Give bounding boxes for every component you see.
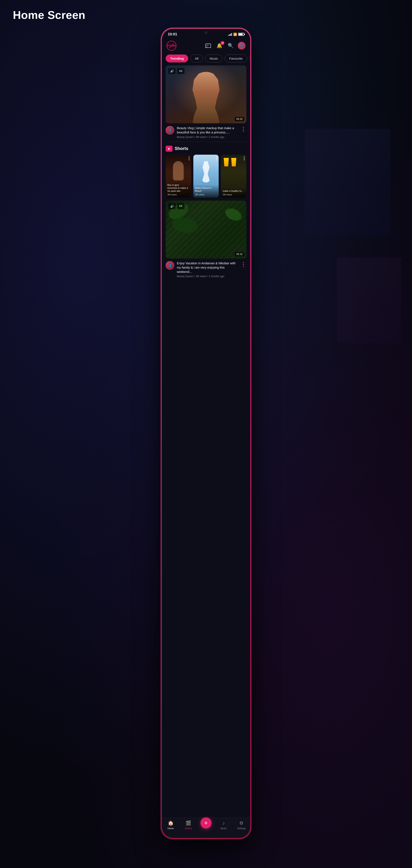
tab-fa[interactable]: Fa... — [249, 55, 250, 62]
video-duration-1: 05:32 — [235, 117, 244, 121]
video-sub-1: Beauty Queen • 2M views • 2 months ago — [177, 135, 238, 138]
short-info-1: Boy in gym excersize & make a six pack a… — [166, 182, 191, 197]
nav-shorts[interactable]: 🎬 Shorts — [182, 820, 194, 830]
short-info-2: Balley Dance in Beach 2M views — [193, 185, 219, 197]
signal-icon — [228, 33, 232, 36]
shorts-title: Shorts — [175, 146, 188, 151]
phone-notch — [193, 29, 219, 36]
short-more-1[interactable] — [188, 156, 189, 160]
video-time-1: 2 months ago — [209, 135, 225, 138]
video-meta-1: Beauty Vlog | simple mackup that make a … — [177, 126, 238, 138]
short-more-3[interactable] — [244, 156, 245, 160]
more-dot — [243, 127, 244, 128]
short-title-1: Boy in gym excersize & make a six pack a… — [167, 183, 189, 193]
video-thumbnail-1: 🔊 CC 05:32 — [166, 65, 246, 123]
more-dot — [243, 131, 244, 132]
profile-button[interactable]: 👤 — [238, 42, 245, 50]
thumb-beauty-bg — [166, 65, 246, 123]
more-dot — [243, 264, 244, 265]
phone-frame: 10:01 📶 DTTUBE — [161, 28, 251, 839]
more-dot — [243, 262, 244, 263]
thumb-nature-bg — [166, 200, 246, 258]
short-card-2[interactable]: Balley Dance in Beach 2M views — [193, 155, 219, 197]
volume-button[interactable]: 🔊 — [168, 68, 176, 74]
cc-button[interactable]: CC — [177, 68, 184, 74]
nav-music-label: Music — [220, 827, 227, 830]
add-button[interactable]: + — [200, 817, 212, 829]
channel-avatar-2[interactable]: 👤 — [166, 261, 174, 270]
video-views-2: 2M views — [196, 275, 206, 278]
tab-trending[interactable]: Trending — [166, 55, 188, 62]
shorts-section: Shorts — [162, 144, 250, 200]
leaf-decoration-2 — [224, 206, 243, 223]
beauty-figure — [191, 72, 221, 123]
shorts-grid: Boy in gym excersize & make a six pack a… — [166, 155, 246, 197]
video-sub-2: Beauty Queen • 2M views • 2 months ago — [177, 275, 238, 278]
cc-button-2[interactable]: CC — [177, 203, 184, 209]
home-icon: 🏠 — [168, 820, 174, 826]
filter-tabs: Trending All Music Favourite Fa... — [162, 52, 250, 65]
logo-badge: DTTUBE — [167, 41, 176, 51]
video-card-1[interactable]: 🔊 CC 05:32 👤 Beauty Vlog | simple mackup… — [166, 65, 246, 140]
cast-button[interactable] — [204, 42, 212, 50]
short-more-2[interactable] — [216, 156, 217, 160]
section-divider — [166, 142, 246, 142]
short-views-2: 2M views — [195, 193, 217, 196]
logo-area[interactable]: DTTUBE — [167, 41, 176, 51]
video-time-2: 2 months ago — [209, 275, 225, 278]
scroll-content[interactable]: 10:01 📶 DTTUBE — [162, 29, 250, 817]
video-duration-2: 05:32 — [235, 252, 244, 256]
shorts-header: Shorts — [166, 146, 246, 152]
juice-glass-1 — [223, 158, 229, 166]
phone-screen: 10:01 📶 DTTUBE — [162, 29, 250, 838]
bottom-nav: 🏠 Home 🎬 Shorts + ♪ Music ⚙ Settings — [162, 817, 250, 838]
video-card-2[interactable]: 🔊 CC 05:32 👤 Enjoy Vacation in Andaman &… — [166, 200, 246, 279]
volume-button-2[interactable]: 🔊 — [168, 203, 176, 209]
nav-settings[interactable]: ⚙ Settings — [235, 820, 247, 830]
dance-figure — [202, 161, 210, 183]
short-thumb-food: made a healthy fo... 2M views — [221, 155, 246, 197]
food-items — [223, 158, 244, 166]
settings-icon: ⚙ — [239, 820, 243, 826]
bg-img-decoration-2 — [337, 257, 401, 343]
short-card-3[interactable]: made a healthy fo... 2M views — [221, 155, 246, 197]
more-options-2[interactable] — [240, 261, 246, 267]
video-views-1: 2M views — [196, 135, 206, 138]
more-dot — [243, 266, 244, 267]
video-meta-2: Enjoy Vacation in Andaman & Nikobar with… — [177, 261, 238, 278]
channel-name-1: Beauty Queen — [177, 135, 193, 138]
nav-music[interactable]: ♪ Music — [218, 820, 230, 830]
video-info-2: 👤 Enjoy Vacation in Andaman & Nikobar wi… — [166, 258, 246, 279]
video-controls-2: 🔊 CC — [168, 203, 184, 209]
cast-icon — [205, 43, 211, 48]
nav-home-label: Home — [168, 827, 174, 830]
tab-favourite[interactable]: Favourite — [225, 55, 247, 62]
notification-button[interactable]: 🔔 10 — [215, 42, 223, 50]
nav-add[interactable]: + — [200, 820, 212, 829]
tab-music[interactable]: Music — [205, 55, 223, 62]
battery-icon — [238, 33, 244, 36]
search-button[interactable]: 🔍 — [227, 42, 234, 50]
page-title: Home Screen — [13, 8, 85, 22]
channel-avatar-1[interactable]: 👤 — [166, 126, 174, 134]
user-avatar: 👤 — [238, 42, 245, 50]
video-title-2: Enjoy Vacation in Andaman & Nikobar with… — [177, 261, 238, 274]
video-info-1: 👤 Beauty Vlog | simple mackup that make … — [166, 123, 246, 140]
nav-shorts-label: Shorts — [185, 827, 192, 830]
short-info-3: made a healthy fo... 2M views — [221, 188, 246, 197]
tab-all[interactable]: All — [190, 55, 203, 62]
juice-glass-2 — [231, 158, 237, 166]
video-controls: 🔊 CC — [168, 68, 184, 74]
bottom-spacer — [162, 281, 250, 304]
short-title-3: made a healthy fo... — [223, 189, 245, 192]
video-thumbnail-2: 🔊 CC 05:32 — [166, 200, 246, 258]
nav-icons: 🔔 10 🔍 👤 — [204, 42, 245, 50]
short-thumb-gym: Boy in gym excersize & make a six pack a… — [166, 155, 191, 197]
short-card-1[interactable]: Boy in gym excersize & make a six pack a… — [166, 155, 191, 197]
bg-img-decoration-1 — [305, 129, 390, 236]
status-icons: 📶 — [228, 33, 244, 36]
nav-home[interactable]: 🏠 Home — [165, 820, 177, 830]
top-navbar: DTTUBE 🔔 10 🔍 — [162, 38, 250, 52]
more-options-1[interactable] — [240, 126, 246, 132]
notification-badge: 10 — [220, 41, 225, 45]
